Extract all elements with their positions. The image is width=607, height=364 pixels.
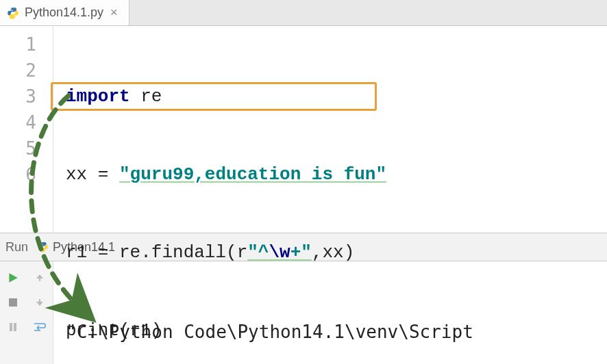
code-line-2: xx = "guru99,education is fun" [66,161,607,187]
line-number: 6 [0,161,53,187]
line-number: 2 [0,57,53,83]
soft-wrap-button[interactable] [29,317,50,337]
svg-rect-4 [14,323,16,331]
code-editor[interactable]: 1 2 3 4 5 6 import re xx = "guru99,educa… [0,26,607,233]
line-number: 5 [0,135,53,161]
python-file-icon [38,242,49,252]
svg-rect-3 [10,323,12,331]
code-area[interactable]: import re xx = "guru99,education is fun"… [53,26,607,233]
svg-rect-0 [39,278,40,281]
file-tab[interactable]: Python14.1.py × [0,0,129,25]
tab-filename: Python14.1.py [25,5,103,20]
console-toolbar [0,261,53,364]
svg-rect-1 [9,298,17,307]
pause-button[interactable] [3,317,23,337]
code-line-3: r1 = re.findall(r"^\w+",xx) [66,239,607,265]
line-number: 1 [0,31,53,57]
stop-button[interactable] [3,292,23,313]
python-file-icon [7,7,19,19]
scroll-up-button[interactable] [29,268,50,288]
line-number: 3 [0,83,53,109]
line-number: 4 [0,109,53,135]
tab-bar: Python14.1.py × [0,0,607,26]
code-line-1: import re [66,83,607,109]
run-label: Run [5,240,28,255]
scroll-down-button[interactable] [29,292,50,313]
close-icon[interactable]: × [109,5,119,20]
rerun-button[interactable] [3,268,23,288]
gutter: 1 2 3 4 5 6 [0,26,53,233]
code-line-4: print(r1) [66,317,607,343]
